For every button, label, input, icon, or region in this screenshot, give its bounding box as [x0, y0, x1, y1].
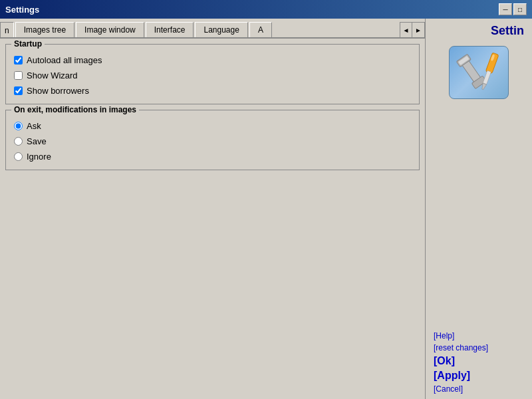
save-label: Save — [27, 136, 47, 146]
autoload-label: Autoload all images — [27, 55, 102, 65]
startup-section-content: Autoload all images Show Wizard Show bor… — [14, 55, 411, 96]
reset-changes-link[interactable]: [reset changes] — [434, 343, 527, 352]
on-exit-section: On exit, modifications in images Ask Sav… — [5, 110, 420, 170]
ok-link[interactable]: [Ok] — [434, 355, 527, 367]
help-link[interactable]: [Help] — [434, 331, 527, 340]
tab-scroll-right-button[interactable]: ► — [412, 23, 424, 37]
ignore-radio-item[interactable]: Ignore — [14, 152, 411, 162]
svg-rect-4 — [485, 53, 499, 74]
on-exit-section-content: Ask Save Ignore — [14, 121, 411, 162]
window-title: Settings — [5, 5, 39, 15]
show-wizard-label: Show Wizard — [27, 70, 78, 80]
right-links: [Help] [reset changes] [Ok] [Apply] [Can… — [431, 331, 527, 394]
title-bar-controls: ─ □ — [499, 3, 527, 15]
ask-radio-item[interactable]: Ask — [14, 121, 411, 131]
title-bar: Settings ─ □ — [0, 0, 532, 19]
maximize-button[interactable]: □ — [513, 3, 527, 15]
tab-scroll-buttons: ◄ ► — [400, 22, 425, 38]
settings-icon-container — [449, 46, 509, 99]
save-radio[interactable] — [14, 137, 23, 146]
show-borrowers-label: Show borrowers — [27, 86, 89, 96]
save-radio-item[interactable]: Save — [14, 136, 411, 146]
show-wizard-checkbox-item[interactable]: Show Wizard — [14, 70, 411, 80]
autoload-checkbox[interactable] — [14, 56, 23, 65]
tab-language[interactable]: Language — [195, 22, 247, 37]
show-borrowers-checkbox-item[interactable]: Show borrowers — [14, 86, 411, 96]
ignore-radio[interactable] — [14, 152, 23, 161]
minimize-button[interactable]: ─ — [499, 3, 512, 15]
tabs-container: n Images tree Image window Interface Lan… — [0, 19, 425, 39]
startup-section: Startup Autoload all images Show Wizard … — [5, 44, 420, 104]
apply-link[interactable]: [Apply] — [434, 370, 527, 382]
on-exit-section-title: On exit, modifications in images — [11, 105, 139, 114]
show-borrowers-checkbox[interactable] — [14, 86, 23, 95]
autoload-checkbox-item[interactable]: Autoload all images — [14, 55, 411, 65]
tab-images-tree[interactable]: Images tree — [15, 22, 74, 37]
left-panel: n Images tree Image window Interface Lan… — [0, 19, 426, 399]
startup-section-title: Startup — [11, 39, 45, 49]
ask-radio[interactable] — [14, 122, 23, 130]
content-area: Startup Autoload all images Show Wizard … — [0, 39, 425, 399]
show-wizard-checkbox[interactable] — [14, 71, 23, 80]
ignore-label: Ignore — [27, 152, 51, 162]
ask-label: Ask — [27, 121, 41, 131]
tab-a[interactable]: A — [249, 22, 272, 37]
settings-panel-title: Settin — [491, 24, 527, 38]
settings-icon — [452, 49, 505, 96]
tab-first[interactable]: n — [0, 22, 14, 37]
tab-image-window[interactable]: Image window — [76, 22, 144, 37]
right-panel: Settin — [426, 19, 532, 399]
cancel-link[interactable]: [Cancel] — [434, 384, 527, 394]
main-container: n Images tree Image window Interface Lan… — [0, 19, 532, 399]
tab-interface[interactable]: Interface — [146, 22, 194, 37]
tabs-wrapper: n Images tree Image window Interface Lan… — [0, 21, 400, 37]
tab-scroll-left-button[interactable]: ◄ — [400, 23, 412, 37]
